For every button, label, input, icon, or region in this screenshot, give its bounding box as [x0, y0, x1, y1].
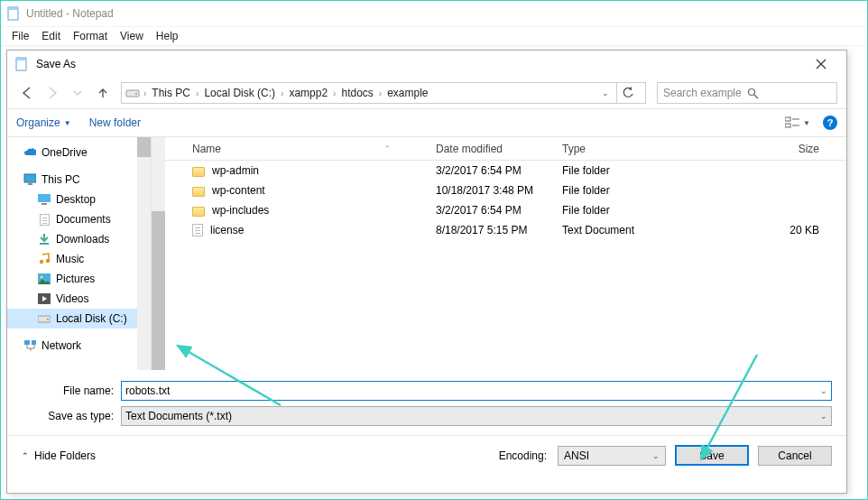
organize-button[interactable]: Organize ▼ [16, 116, 71, 129]
svg-line-7 [754, 95, 758, 98]
chevron-down-icon: ▼ [803, 119, 810, 127]
list-scrollbar[interactable] [152, 137, 165, 370]
col-header-size[interactable]: Size [697, 143, 846, 155]
col-header-date[interactable]: Date modified [436, 143, 562, 155]
file-date: 10/18/2017 3:48 PM [436, 184, 562, 197]
svg-rect-23 [47, 319, 49, 320]
file-row[interactable]: wp-includes3/2/2017 6:54 PMFile folder [165, 200, 846, 220]
svg-rect-8 [785, 117, 790, 121]
menu-help[interactable]: Help [151, 28, 184, 44]
svg-rect-1 [8, 7, 18, 10]
chevron-right-icon[interactable]: › [333, 88, 336, 98]
menu-format[interactable]: Format [68, 28, 113, 44]
encoding-select[interactable]: ANSI ⌄ [558, 446, 666, 466]
tree-videos[interactable]: Videos [7, 289, 151, 309]
search-input[interactable]: Search example [657, 82, 837, 104]
file-list: Name⌃ Date modified Type Size wp-admin3/… [165, 137, 846, 370]
help-button[interactable]: ? [823, 116, 837, 130]
svg-point-17 [40, 260, 43, 264]
up-button[interactable] [92, 82, 114, 104]
cancel-button[interactable]: Cancel [758, 446, 832, 466]
videos-icon [38, 292, 51, 305]
save-button[interactable]: Save [675, 445, 749, 466]
file-date: 3/2/2017 6:54 PM [436, 164, 562, 177]
recent-dropdown[interactable] [67, 82, 88, 104]
notepad-icon [6, 6, 21, 21]
close-button[interactable] [803, 51, 839, 77]
cloud-icon [23, 146, 36, 159]
notepad-title: Untitled - Notepad [26, 7, 114, 20]
refresh-button[interactable] [616, 82, 638, 104]
svg-rect-16 [40, 243, 49, 245]
back-button[interactable] [16, 82, 38, 104]
music-icon [38, 253, 51, 265]
save-as-dialog: Save As › This PC › Local Disk (C:) › xa… [6, 50, 847, 494]
sort-caret-icon: ⌃ [384, 144, 391, 153]
save-type-select[interactable]: Text Documents (*.txt) ⌄ [121, 406, 832, 426]
hide-folders-button[interactable]: ⌃ Hide Folders [22, 449, 96, 462]
chevron-right-icon[interactable]: › [143, 88, 146, 98]
file-name: wp-content [212, 184, 265, 197]
tree-network[interactable]: Network [7, 336, 151, 356]
tree-this-pc[interactable]: This PC [7, 170, 151, 190]
save-type-label: Save as type: [22, 410, 121, 422]
file-row[interactable]: license8/18/2017 5:15 PMText Document20 … [165, 220, 846, 240]
menu-view[interactable]: View [115, 28, 149, 44]
downloads-icon [38, 233, 51, 245]
file-type: File folder [562, 184, 697, 197]
crumb-htdocs[interactable]: htdocs [337, 87, 376, 99]
chevron-down-icon[interactable]: ⌄ [820, 412, 827, 421]
svg-rect-9 [785, 124, 790, 127]
tree-downloads[interactable]: Downloads [7, 229, 151, 249]
file-type: File folder [562, 164, 697, 177]
svg-rect-13 [28, 183, 32, 185]
chevron-right-icon[interactable]: › [379, 88, 382, 98]
tree-pictures[interactable]: Pictures [7, 269, 151, 289]
chevron-down-icon: ⌄ [652, 451, 660, 460]
file-row[interactable]: wp-content10/18/2017 3:48 PMFile folder [165, 181, 846, 200]
col-header-name[interactable]: Name⌃ [165, 143, 436, 155]
encoding-label: Encoding: [499, 449, 547, 462]
menu-file[interactable]: File [6, 28, 34, 44]
svg-point-6 [749, 88, 755, 95]
new-folder-button[interactable]: New folder [89, 116, 141, 129]
tree-onedrive[interactable]: OneDrive [7, 143, 151, 162]
tree-desktop[interactable]: Desktop [7, 190, 151, 209]
dialog-title: Save As [36, 58, 76, 70]
folder-icon [192, 187, 205, 197]
crumb-xampp2[interactable]: xampp2 [285, 87, 331, 99]
file-size: 20 KB [697, 224, 846, 236]
tree-music[interactable]: Music [7, 249, 151, 269]
view-options-button[interactable]: ▼ [785, 116, 810, 129]
chevron-up-icon: ⌃ [22, 451, 29, 460]
file-date: 8/18/2017 5:15 PM [436, 224, 562, 236]
crumb-this-pc[interactable]: This PC [148, 87, 194, 99]
svg-rect-24 [24, 340, 30, 345]
forward-button[interactable] [42, 82, 63, 104]
notepad-titlebar: Untitled - Notepad [1, 1, 867, 26]
svg-rect-3 [16, 58, 26, 60]
chevron-right-icon[interactable]: › [281, 88, 283, 98]
file-name: wp-admin [212, 164, 259, 177]
file-name-input[interactable]: robots.txt ⌄ [121, 381, 832, 401]
folder-icon [192, 207, 205, 217]
address-bar[interactable]: › This PC › Local Disk (C:) › xampp2 › h… [121, 82, 646, 104]
file-name: license [210, 224, 244, 236]
svg-rect-5 [135, 93, 137, 95]
tree-documents[interactable]: Documents [7, 209, 151, 229]
chevron-right-icon[interactable]: › [196, 88, 199, 98]
search-icon [747, 88, 831, 99]
svg-point-18 [46, 259, 50, 263]
file-row[interactable]: wp-admin3/2/2017 6:54 PMFile folder [165, 161, 846, 181]
file-type: File folder [562, 204, 697, 217]
network-icon [23, 339, 36, 352]
col-header-type[interactable]: Type [562, 143, 697, 155]
tree-scrollbar[interactable] [137, 137, 151, 370]
crumb-example[interactable]: example [383, 87, 431, 99]
chevron-down-icon[interactable]: ⌄ [602, 88, 609, 97]
crumb-local-disk[interactable]: Local Disk (C:) [200, 87, 279, 99]
menu-edit[interactable]: Edit [36, 28, 66, 44]
chevron-down-icon[interactable]: ⌄ [820, 386, 827, 395]
tree-local-disk[interactable]: Local Disk (C:) [7, 309, 151, 329]
text-file-icon [192, 224, 203, 236]
